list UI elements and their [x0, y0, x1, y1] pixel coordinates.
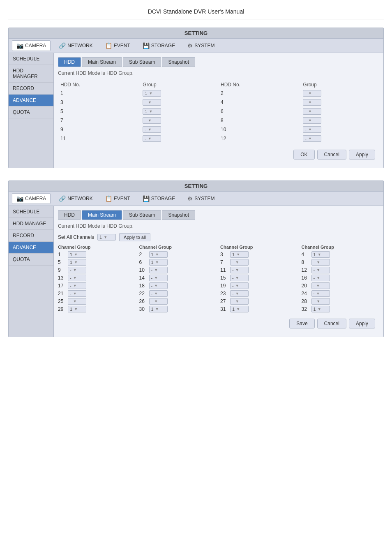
tab-storage-1[interactable]: 💾 STORAGE	[138, 41, 179, 51]
apply-button-2[interactable]: Apply	[349, 319, 375, 328]
sidebar-quota-1[interactable]: QUOTA	[9, 106, 53, 118]
sidebar-schedule-1[interactable]: SCHEDULE	[9, 53, 53, 65]
channel-num: 31	[220, 306, 228, 312]
channel-group-select[interactable]: - ▼	[311, 275, 330, 281]
channel-cell-2-1: 10 - ▼	[139, 267, 217, 273]
tab-camera-2[interactable]: 📷 CAMERA	[12, 193, 51, 204]
channel-group-select[interactable]: 1 ▼	[230, 306, 249, 312]
hdd-group-right[interactable]: - ▼	[301, 98, 378, 106]
channel-group-select[interactable]: - ▼	[230, 259, 249, 266]
channel-group-select[interactable]: 1 ▼	[149, 306, 168, 312]
channel-group-select[interactable]: - ▼	[230, 267, 249, 273]
channel-group-select[interactable]: - ▼	[230, 298, 249, 305]
tab-event-1[interactable]: 📋 EVENT	[101, 41, 134, 51]
channel-group-select[interactable]: - ▼	[149, 298, 168, 305]
channel-group-select[interactable]: - ▼	[68, 267, 86, 273]
subtab-substream-2[interactable]: Sub Stream	[123, 210, 161, 220]
channel-group-select[interactable]: 1 ▼	[149, 259, 168, 266]
subtab-hdd-2[interactable]: HDD	[58, 210, 81, 220]
channel-group-select[interactable]: - ▼	[68, 275, 86, 281]
channel-group-select[interactable]: - ▼	[311, 267, 330, 273]
apply-button-1[interactable]: Apply	[349, 150, 375, 160]
ok-button-1[interactable]: OK	[293, 150, 314, 160]
tab-event-label-2: EVENT	[114, 196, 130, 201]
channel-group-select[interactable]: - ▼	[149, 290, 168, 297]
channel-group-select[interactable]: · ▼	[311, 290, 330, 297]
channel-group-select[interactable]: - ▼	[230, 290, 249, 297]
tab-network-1[interactable]: 🔗 NETWORK	[55, 41, 97, 51]
channel-num: 16	[302, 275, 310, 281]
set-all-select[interactable]: 1 ▼	[97, 234, 116, 240]
channel-group-select[interactable]: - ▼	[68, 290, 86, 297]
hdd-group-left[interactable]: 1 ▼	[141, 89, 218, 97]
hdd-group-left[interactable]: - ▼	[141, 116, 218, 125]
sidebar-record-2[interactable]: RECORD	[9, 230, 53, 242]
subtab-mainstream-2[interactable]: Main Stream	[82, 210, 122, 220]
channel-num: 25	[58, 298, 66, 304]
channel-group-select[interactable]: 1 ▼	[311, 306, 330, 312]
panel2-buttons: Save Cancel Apply	[58, 319, 379, 333]
sidebar-advance-1[interactable]: ADVANCE	[9, 95, 53, 106]
channel-group-select[interactable]: 1 ▼	[311, 251, 330, 258]
hdd-group-right[interactable]: - ▼	[301, 116, 378, 125]
hdd-group-left[interactable]: - ▼	[141, 125, 218, 134]
tab-system-2[interactable]: ⚙ SYSTEM	[183, 194, 219, 204]
channel-col-header-0: Channel Group	[58, 245, 136, 250]
sidebar-schedule-2[interactable]: SCHEDULE	[9, 206, 53, 218]
sidebar-record-1[interactable]: RECORD	[9, 83, 53, 95]
hdd-group-right[interactable]: - ▼	[301, 89, 378, 97]
channel-group-select[interactable]: · ▼	[311, 282, 330, 289]
channel-group-select[interactable]: 1 ▼	[68, 251, 86, 258]
channel-group-select[interactable]: 1 ▼	[149, 251, 168, 258]
sidebar-hddmanager-1[interactable]: HDD MANAGER	[9, 65, 53, 83]
panel2-sidebar: SCHEDULE HDD MANAGE RECORD ADVANCE QUOTA	[9, 206, 54, 337]
channel-group-select[interactable]: - ▼	[230, 275, 249, 281]
channel-group-select[interactable]: 1 ▼	[230, 251, 249, 258]
col-hdd1: HDD No.	[59, 81, 140, 88]
channel-row: 13 - ▼ 14 - ▼ 15 - ▼ 16 - ▼	[58, 275, 379, 281]
sidebar-hddmanage-2[interactable]: HDD MANAGE	[9, 218, 53, 230]
channel-cell-0-3: 4 1 ▼	[302, 251, 380, 258]
subtab-hdd-1[interactable]: HDD	[58, 57, 81, 67]
channel-group-select[interactable]: - ▼	[68, 298, 86, 305]
subtab-substream-1[interactable]: Sub Stream	[123, 57, 161, 67]
channel-num: 30	[139, 306, 148, 312]
channel-group-select[interactable]: 1 ▼	[68, 306, 86, 312]
channel-group-select[interactable]: - ▼	[149, 267, 168, 273]
subtab-snapshot-2[interactable]: Snapshot	[162, 210, 195, 220]
channel-group-select[interactable]: - ▼	[149, 275, 168, 281]
apply-all-button[interactable]: Apply to all	[119, 233, 150, 241]
subtab-mainstream-1[interactable]: Main Stream	[82, 57, 122, 67]
channel-group-select[interactable]: 1 ▼	[68, 259, 86, 266]
tab-network-label-1: NETWORK	[67, 43, 92, 49]
hdd-table-row: 7 - ▼ 8 - ▼	[59, 116, 378, 125]
channel-cell-4-1: 18 - ▼	[139, 282, 217, 289]
hdd-group-left[interactable]: - ▼	[141, 98, 218, 106]
save-button-2[interactable]: Save	[289, 319, 314, 328]
tab-system-1[interactable]: ⚙ SYSTEM	[183, 41, 219, 51]
channel-group-select[interactable]: - ▼	[311, 298, 330, 305]
panel2: SETTING 📷 CAMERA 🔗 NETWORK 📋 EVENT 💾 STO…	[8, 180, 384, 337]
subtab-snapshot-1[interactable]: Snapshot	[162, 57, 195, 67]
tab-camera-1[interactable]: 📷 CAMERA	[12, 40, 51, 51]
cancel-button-1[interactable]: Cancel	[317, 150, 346, 160]
cancel-button-2[interactable]: Cancel	[317, 319, 346, 328]
panel1-buttons: OK Cancel Apply	[58, 150, 379, 164]
channel-group-select[interactable]: - ▼	[149, 282, 168, 289]
channel-group-select[interactable]: - ▼	[230, 282, 249, 289]
tab-network-2[interactable]: 🔗 NETWORK	[55, 194, 97, 204]
tab-event-2[interactable]: 📋 EVENT	[101, 194, 134, 204]
hdd-group-right[interactable]: - ▼	[301, 125, 378, 134]
tab-storage-2[interactable]: 💾 STORAGE	[138, 194, 179, 204]
hdd-group-left[interactable]: 1 ▼	[141, 107, 218, 116]
sidebar-advance-2[interactable]: ADVANCE	[9, 242, 53, 254]
panel2-info: Current HDD Mode is HDD Group.	[58, 223, 379, 229]
sidebar-quota-2[interactable]: QUOTA	[9, 254, 53, 266]
channel-num: 12	[302, 267, 310, 273]
hdd-group-right[interactable]: - ▼	[301, 107, 378, 116]
channel-group-select[interactable]: - ▼	[311, 259, 330, 266]
hdd-group-right[interactable]: - ▼	[301, 134, 378, 143]
hdd-group-left[interactable]: - ▼	[141, 134, 218, 143]
channel-group-select[interactable]: - ▼	[68, 282, 86, 289]
channel-cell-2-3: 12 - ▼	[302, 267, 380, 273]
